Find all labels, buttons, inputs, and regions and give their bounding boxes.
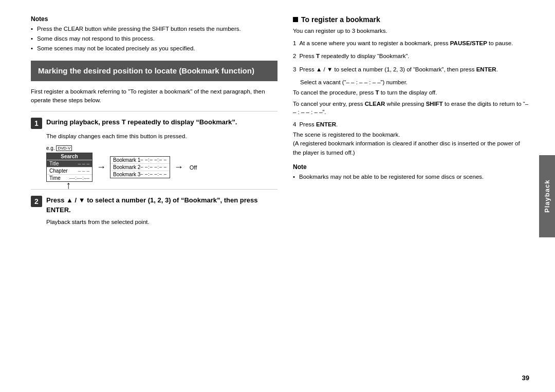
register-step-4: 4 Press ENTER. xyxy=(293,121,529,127)
step1-number: 1 xyxy=(31,118,42,129)
bookmark-row-1: Bookmark 1 – –:– –:– – xyxy=(110,157,170,163)
registered-note: The scene is registered to the bookmark.… xyxy=(293,130,529,157)
step2-block: 2 Press ▲ / ▼ to select a number (1, 2, … xyxy=(31,196,278,227)
menu-header: Search xyxy=(47,153,92,160)
notes-list: Press the CLEAR button while pressing th… xyxy=(31,25,278,52)
diagram-area: e.g. DVD-V Search Title – – – xyxy=(46,145,278,182)
register-step-2: 2 Press T repeatedly to display “Bookmar… xyxy=(293,52,529,61)
bookmark-row-2: Bookmark 2 – –:– –:– – xyxy=(110,163,170,171)
bookmark-box: Bookmark 1 – –:– –:– – Bookmark 2 – –:– … xyxy=(110,156,170,178)
eg-text: e.g. DVD-V xyxy=(46,145,278,152)
select-note: Select a vacant (“– – : – – : – –”) numb… xyxy=(300,78,529,86)
cancel-note-2: To cancel your entry, press CLEAR while … xyxy=(293,100,529,116)
step1-title: During playback, press T repeatedly to d… xyxy=(46,118,278,127)
step1-desc: The display changes each time this butto… xyxy=(46,132,278,141)
register-step-2-text: Press T repeatedly to display “Bookmark”… xyxy=(299,52,529,61)
menu-row-title: Title – – – xyxy=(47,160,92,167)
arrow-icon-1: → xyxy=(97,162,106,173)
notes-section: Notes Press the CLEAR button while press… xyxy=(31,15,278,52)
section-intro: First register a bookmark referring to "… xyxy=(31,87,278,105)
section-header: Marking the desired position to locate (… xyxy=(31,61,278,81)
register-step-1-text: At a scene where you want to register a … xyxy=(299,39,529,48)
note-title: Note xyxy=(293,163,529,171)
register-step-1: 1 At a scene where you want to register … xyxy=(293,39,529,48)
register-step-3: 3 Press ▲ / ▼ to select a number (1, 2, … xyxy=(293,65,529,74)
step2-title: Press ▲ / ▼ to select a number (1, 2, 3)… xyxy=(46,196,278,214)
menu-box: Search Title – – – Chapter – – – xyxy=(46,153,92,182)
up-arrow: ↑ xyxy=(66,179,71,191)
step2-desc: Playback starts from the selected point. xyxy=(46,218,278,227)
off-label: Off xyxy=(190,164,197,171)
register-step-1-num: 1 xyxy=(293,39,296,48)
register-step-3-text: Press ▲ / ▼ to select a number (1, 2, 3)… xyxy=(299,65,529,74)
step1-header: 1 During playback, press T repeatedly to… xyxy=(31,118,278,129)
register-step-4-text: Press ENTER. xyxy=(299,121,529,127)
right-column: To register a bookmark You can register … xyxy=(293,15,529,377)
menu-row-chapter: Chapter – – – xyxy=(47,167,92,174)
step1-block: 1 During playback, press T repeatedly to… xyxy=(31,118,278,182)
bookmark-intro: You can register up to 3 bookmarks. xyxy=(293,28,529,34)
sidebar-tab: Playback xyxy=(539,155,555,237)
page-container: Notes Press the CLEAR button while press… xyxy=(0,0,555,392)
notes-title: Notes xyxy=(31,15,278,23)
step2-header: 2 Press ▲ / ▼ to select a number (1, 2, … xyxy=(31,196,278,214)
note-item-1: Press the CLEAR button while pressing th… xyxy=(31,25,278,33)
note-section: Note Bookmarks may not be able to be reg… xyxy=(293,163,529,181)
black-square-icon xyxy=(293,17,298,22)
register-step-3-num: 3 xyxy=(293,65,296,74)
page-number: 39 xyxy=(522,374,529,382)
sidebar-label: Playback xyxy=(543,179,551,212)
divider-1 xyxy=(31,111,278,111)
register-section-title: To register a bookmark xyxy=(293,15,529,24)
menu-diagram: Search Title – – – Chapter – – – xyxy=(46,153,92,182)
arrow-icon-2: → xyxy=(174,162,183,173)
note-item: Bookmarks may not be able to be register… xyxy=(293,173,529,181)
left-column: Notes Press the CLEAR button while press… xyxy=(31,15,278,377)
main-content: Notes Press the CLEAR button while press… xyxy=(0,0,555,392)
register-step-4-num: 4 xyxy=(293,121,296,127)
note-list: Bookmarks may not be able to be register… xyxy=(293,173,529,181)
step2-number: 2 xyxy=(31,196,42,207)
note-item-2: Some discs may not respond to this proce… xyxy=(31,34,278,43)
note-item-3: Some scenes may not be located precisely… xyxy=(31,44,278,52)
register-step-2-num: 2 xyxy=(293,52,296,61)
bookmark-row-3: Bookmark 3 – –:– –:– – xyxy=(110,171,170,178)
diagram-row: Search Title – – – Chapter – – – xyxy=(46,153,278,182)
cancel-note-1: To cancel the procedure, press T to turn… xyxy=(293,88,529,97)
dvd-badge: DVD-V xyxy=(56,145,72,151)
register-title-text: To register a bookmark xyxy=(301,15,380,24)
